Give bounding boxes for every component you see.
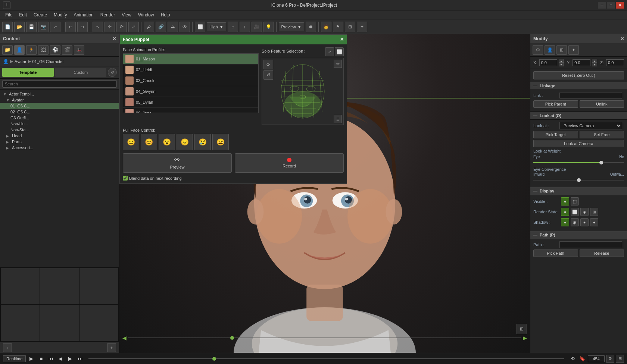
menu-edit[interactable]: Edit <box>16 12 30 18</box>
redo-button[interactable]: ↪ <box>77 22 88 32</box>
slider-thumb[interactable] <box>599 161 603 164</box>
pick-target-button[interactable]: Pick Target <box>533 131 578 138</box>
pick-parent-button[interactable]: Pick Parent <box>533 100 578 108</box>
fp-record-btn[interactable]: Record <box>235 153 344 173</box>
tree-item-nonhu[interactable]: Non-Hu... <box>0 121 119 127</box>
tab-scene[interactable]: 🎬 <box>62 45 72 55</box>
record-btn[interactable]: ⏺ <box>306 22 316 32</box>
pick-path-button[interactable]: Pick Path <box>533 250 578 257</box>
fp-item-06[interactable]: 06_Jana <box>123 108 258 113</box>
fp-item-04[interactable]: 04_Gwynn <box>123 86 258 97</box>
fp-header[interactable]: Face Puppet ✕ <box>120 35 347 44</box>
fp-import-btn[interactable]: ⬜ <box>335 47 344 56</box>
fp-rotate-btn[interactable]: ⟳ <box>263 60 273 69</box>
look-at-camera-button[interactable]: Look at Camera <box>533 140 624 147</box>
tree-item-nonsta[interactable]: Non-Sta... <box>0 127 119 133</box>
tab-prop[interactable]: ⚽ <box>50 45 60 55</box>
fp-export-btn[interactable]: ↗ <box>325 47 334 56</box>
light-button[interactable]: 💡 <box>263 22 274 32</box>
fp-item-05[interactable]: 05_Dylan <box>123 97 258 108</box>
release-button[interactable]: Release <box>580 250 624 257</box>
tree-item-01g6[interactable]: 01_G6 C... <box>0 103 119 109</box>
tab-motion[interactable]: 🏃 <box>26 45 37 55</box>
fp-preview-btn[interactable]: 👁 Preview <box>123 153 232 173</box>
tree-item-02g5[interactable]: 02_G5 C... <box>0 109 119 115</box>
bc-item[interactable]: Avatar <box>15 59 26 64</box>
screenshot-viewport-btn[interactable]: ⊞ <box>517 324 527 334</box>
lookat-section-header[interactable]: — Look at (O) <box>530 112 627 120</box>
ff-preset-6[interactable]: 😄 <box>212 134 229 150</box>
mt-tab-settings[interactable]: ✦ <box>568 45 579 55</box>
maximize-button[interactable]: □ <box>607 2 615 9</box>
quality-dropdown[interactable]: High ▼ <box>207 22 226 31</box>
fp-close[interactable]: ✕ <box>340 37 344 42</box>
paint-button[interactable]: 🖌 <box>144 22 154 32</box>
unlink-button[interactable]: Unlink <box>580 100 624 108</box>
x-down[interactable]: ▼ <box>559 63 564 66</box>
tab-image[interactable]: 🖼 <box>38 45 49 55</box>
asset-cell-2[interactable] <box>40 268 79 304</box>
fp-edit-icon[interactable]: ✏ <box>334 60 342 68</box>
tl-left-arrow[interactable]: ◀ <box>122 335 127 341</box>
asset-cell-4[interactable] <box>1 305 40 341</box>
flag-btn[interactable]: ⚑ <box>333 22 343 32</box>
prev-step-btn[interactable]: ◀ <box>56 355 65 363</box>
ff-preset-4[interactable]: 😠 <box>177 134 193 150</box>
prev-frame-btn[interactable]: ⏮ <box>47 355 55 363</box>
fit-button[interactable]: ↕ <box>240 22 250 32</box>
search-input[interactable] <box>2 80 117 88</box>
shadow-dot-btn[interactable]: ● <box>580 218 589 226</box>
tab-hat[interactable]: 🎩 <box>74 45 84 55</box>
set-free-button[interactable]: Set Free <box>580 131 624 138</box>
camera-button[interactable]: 🎥 <box>252 22 262 32</box>
fp-reset-btn[interactable]: ↺ <box>263 70 273 80</box>
settings-icon-btn[interactable]: ⚙ <box>606 355 614 363</box>
y-down[interactable]: ▼ <box>592 63 597 66</box>
timeline-playhead[interactable] <box>212 357 216 361</box>
menu-create[interactable]: Create <box>31 12 50 18</box>
z-input[interactable] <box>606 59 624 66</box>
x-up[interactable]: ▲ <box>559 59 564 63</box>
custom-button[interactable]: Custom <box>55 68 107 77</box>
ff-preset-5[interactable]: 😢 <box>194 134 211 150</box>
link-button[interactable]: 🔗 <box>156 22 166 32</box>
fp-item-01[interactable]: 01_Mason <box>123 54 258 65</box>
asset-cell-3[interactable] <box>79 268 118 304</box>
mt-tab-person[interactable]: 👤 <box>545 45 555 55</box>
tl-playhead[interactable] <box>230 336 234 340</box>
bc-item-2[interactable]: 01_G6 Character <box>32 59 64 64</box>
frame-input[interactable] <box>588 355 605 362</box>
asset-cell-1[interactable] <box>1 268 40 304</box>
tree-item-actor-templ[interactable]: ▼ Actor Templ... <box>0 91 119 97</box>
visible-off-btn[interactable]: ⬚ <box>571 197 579 205</box>
new-button[interactable]: 📄 <box>2 22 13 32</box>
minimize-button[interactable]: ─ <box>598 2 606 9</box>
ff-preset-3[interactable]: 😮 <box>159 134 175 150</box>
tree-item-parts[interactable]: ▶ Parts <box>0 139 119 145</box>
fp-item-02[interactable]: 02_Heidi <box>123 65 258 75</box>
tree-item-accessories[interactable]: ▶ Accessori... <box>0 145 119 151</box>
move-button[interactable]: ✛ <box>104 22 115 32</box>
bookmark-button[interactable]: 🔖 <box>578 355 586 363</box>
grid-btn[interactable]: ⊞ <box>345 22 355 32</box>
asset-cell-6[interactable] <box>79 305 118 341</box>
play-button[interactable]: ▶ <box>27 355 35 363</box>
convergence-slider[interactable] <box>533 177 624 183</box>
layout-icon-btn[interactable]: ⊞ <box>616 355 624 363</box>
shadow-circle-btn[interactable]: ◉ <box>571 218 579 226</box>
undo-button[interactable]: ↩ <box>65 22 76 32</box>
fp-item-03[interactable]: 03_Chuck <box>123 75 258 86</box>
menu-file[interactable]: File <box>2 12 15 18</box>
render-bound-btn[interactable]: ◈ <box>580 208 589 216</box>
ff-preset-2[interactable]: 😊 <box>141 134 157 150</box>
tl-right-arrow[interactable]: ▶ <box>523 335 527 341</box>
down-button[interactable]: ↓ <box>3 343 12 352</box>
y-up[interactable]: ▲ <box>592 59 597 63</box>
menu-render[interactable]: Render <box>97 12 118 18</box>
compass-btn[interactable]: ✦ <box>357 22 367 32</box>
path-section-header[interactable]: — Path (P) <box>530 231 627 239</box>
asset-cell-5[interactable] <box>40 305 79 341</box>
terrain-button[interactable]: ⛰ <box>168 22 178 32</box>
fp-blend-checkbox[interactable] <box>123 176 128 181</box>
tree-item-head[interactable]: ▶ Head <box>0 133 119 139</box>
